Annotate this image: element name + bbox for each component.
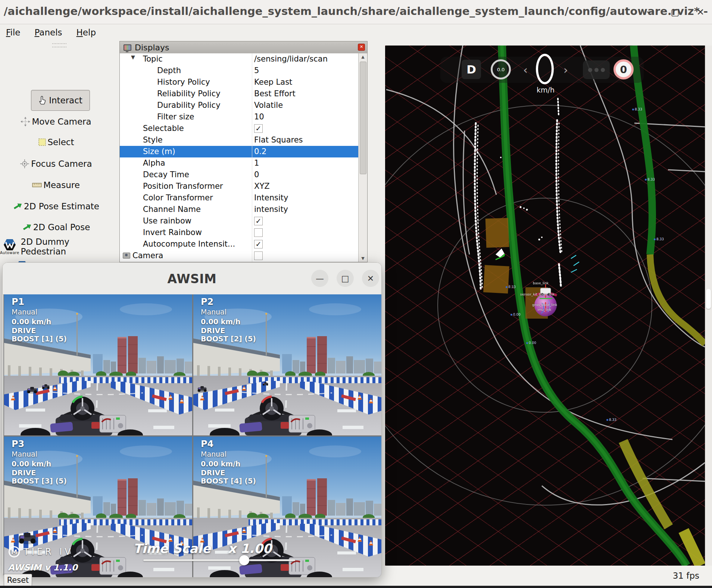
panel-close-button[interactable]: ✕ xyxy=(358,44,365,51)
awsim-titlebar[interactable]: AWSIM —□✕ xyxy=(3,263,381,295)
checkbox[interactable] xyxy=(254,228,263,237)
close-button[interactable]: ✕ xyxy=(694,7,707,18)
column-divider xyxy=(252,53,252,262)
tool-focus-camera[interactable]: Focus Camera xyxy=(0,155,112,172)
scroll-down-icon[interactable]: ▼ xyxy=(359,256,367,261)
prop-value[interactable]: 1 xyxy=(254,159,259,168)
drive-mode: Manual xyxy=(12,308,37,316)
prop-value[interactable]: Best Effort xyxy=(254,89,296,98)
checkbox[interactable]: ✓ xyxy=(254,240,263,248)
prop-label: Camera xyxy=(120,251,163,260)
tool-2d-dummy-pedestrian[interactable]: Autoware2D Dummy Pedestrian xyxy=(0,238,112,255)
checkbox[interactable]: ✓ xyxy=(254,124,263,133)
prop-value[interactable]: /sensing/lidar/scan xyxy=(254,54,328,63)
tf-label: gnss_base_link xyxy=(532,303,557,307)
tieriv-logo: M TIER IV xyxy=(9,546,74,557)
awsim-minimize-button[interactable]: — xyxy=(311,270,328,287)
slider-knob[interactable] xyxy=(239,555,249,565)
menu-file[interactable]: File xyxy=(6,28,21,37)
scroll-up-icon[interactable]: ▲ xyxy=(359,54,367,59)
minimize-button[interactable]: ─ xyxy=(643,7,656,18)
prop-label: Position Transformer xyxy=(120,182,223,191)
prop-reliability-policy[interactable]: Reliability PolicyBest Effort xyxy=(120,88,359,100)
displays-panel-header[interactable]: Displays ✕ xyxy=(120,41,367,53)
awsim-maximize-button[interactable]: □ xyxy=(337,270,354,287)
maximize-button[interactable]: ▢ xyxy=(669,7,681,18)
prop-label: Channel Name xyxy=(120,205,201,214)
tool-2d-pose-estimate[interactable]: 2D Pose Estimate xyxy=(0,198,112,215)
prop-value[interactable]: 10 xyxy=(254,112,264,121)
prop-value[interactable]: 0 xyxy=(254,170,259,179)
prop-depth[interactable]: Depth5 xyxy=(120,65,359,76)
tool-select[interactable]: Select xyxy=(0,134,112,151)
path-velocity-label: 0.00 xyxy=(526,341,536,345)
prop-alpha[interactable]: Alpha1 xyxy=(120,157,359,169)
window-titlebar[interactable]: /aichallenge/workspace/install/aichallen… xyxy=(0,0,712,24)
toolbar-grip-handle[interactable] xyxy=(52,43,66,47)
prop-value[interactable]: Flat Squares xyxy=(254,135,303,144)
prop-camera[interactable]: Camera xyxy=(120,250,359,262)
reset-button[interactable]: Reset xyxy=(4,574,32,587)
awsim-close-button[interactable]: ✕ xyxy=(362,270,379,287)
select-icon xyxy=(38,138,46,146)
vehicle-marker xyxy=(496,248,505,260)
gear-readout: DRIVE xyxy=(201,469,225,477)
prop-history-policy[interactable]: History PolicyKeep Last xyxy=(120,76,359,88)
prop-channel-name[interactable]: Channel Nameintensity xyxy=(120,204,359,215)
prop-topic[interactable]: ▼Topic/sensing/lidar/scan xyxy=(120,53,359,65)
3d-viewport[interactable]: base_linksensor_kit_base_linkgnss_base_l… xyxy=(385,46,705,566)
prop-label: Alpha xyxy=(120,159,165,168)
prop-value[interactable]: Keep Last xyxy=(254,78,292,87)
scrollbar-thumb[interactable] xyxy=(360,62,366,174)
awsim-window[interactable]: AWSIM —□✕ P1Manual0.00 km/hDRIVEBOOST [1… xyxy=(2,262,382,578)
right-panel-strip xyxy=(705,46,712,566)
speed-readout: 0.00 km/h xyxy=(12,460,51,468)
tool-2d-goal-pose[interactable]: 2D Goal Pose xyxy=(0,219,112,236)
window-title: /aichallenge/workspace/install/aichallen… xyxy=(4,5,712,18)
prop-value[interactable]: Volatile xyxy=(254,101,283,110)
prop-decay-time[interactable]: Decay Time0 xyxy=(120,169,359,181)
path-velocity-label: 8.33 xyxy=(506,285,516,289)
prop-style[interactable]: StyleFlat Squares xyxy=(120,134,359,146)
steering-indicator: 0.0 xyxy=(491,59,511,79)
checkbox[interactable] xyxy=(254,251,263,260)
player-id: P2 xyxy=(201,297,213,307)
prop-durability-policy[interactable]: Durability PolicyVolatile xyxy=(120,100,359,111)
prop-invert-rainbow[interactable]: Invert Rainbow xyxy=(120,227,359,238)
player-id: P4 xyxy=(201,439,213,449)
hand-icon xyxy=(38,96,47,105)
splitter-handle[interactable] xyxy=(706,289,711,309)
menu-help[interactable]: Help xyxy=(76,28,96,37)
prop-color-transformer[interactable]: Color TransformerIntensity xyxy=(120,192,359,204)
drive-mode: Manual xyxy=(201,450,227,458)
prop-autocompute-intensit[interactable]: Autocompute Intensit...✓ xyxy=(120,238,359,250)
menu-panels[interactable]: Panels xyxy=(35,28,62,37)
tool-measure[interactable]: Measure xyxy=(0,176,112,194)
drive-mode: Manual xyxy=(12,450,37,458)
prop-position-transformer[interactable]: Position TransformerXYZ xyxy=(120,181,359,192)
prop-selectable[interactable]: Selectable✓ xyxy=(120,123,359,134)
prop-use-rainbow[interactable]: Use rainbow✓ xyxy=(120,215,359,227)
prop-value[interactable]: 5 xyxy=(254,66,259,75)
tool-interact[interactable]: Interact xyxy=(31,90,90,111)
prop-value[interactable]: XYZ xyxy=(254,182,270,191)
speed-readout: 0.00 km/h xyxy=(12,318,51,326)
prop-filter-size[interactable]: Filter size10 xyxy=(120,111,359,123)
chevron-right-icon: › xyxy=(563,63,568,76)
ruler-icon xyxy=(32,182,42,188)
gear-readout: DRIVE xyxy=(12,326,36,335)
gear-readout: DRIVE xyxy=(12,469,36,477)
prop-value[interactable]: intensity xyxy=(254,205,288,214)
time-scale-slider[interactable] xyxy=(143,559,295,561)
checkbox[interactable]: ✓ xyxy=(254,217,263,225)
green-arrow-icon xyxy=(22,223,32,231)
tool-move-camera[interactable]: Move Camera xyxy=(0,113,112,130)
menu-bar: FilePanelsHelp xyxy=(0,24,712,41)
prop-size-m[interactable]: Size (m)0.2 xyxy=(120,146,359,157)
displays-scrollbar[interactable]: ▲ ▼ xyxy=(358,53,367,262)
displays-panel: Displays ✕ ▼Topic/sensing/lidar/scanDept… xyxy=(119,41,368,262)
prop-value[interactable]: Intensity xyxy=(254,193,288,202)
tieriv-mark-icon: M xyxy=(9,546,20,557)
window-controls: ─▢✕ xyxy=(643,0,707,24)
prop-value[interactable]: 0.2 xyxy=(254,147,266,156)
